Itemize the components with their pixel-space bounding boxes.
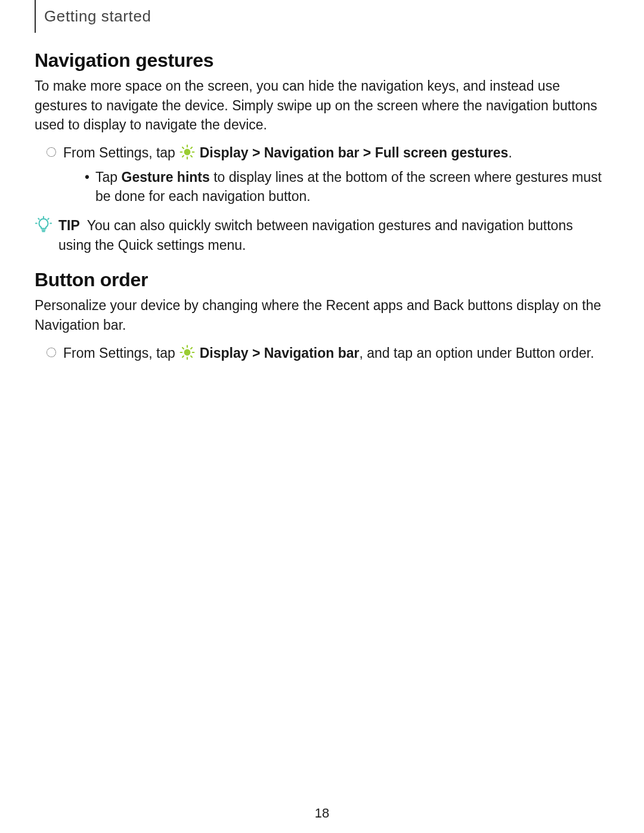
display-brightness-icon (179, 345, 195, 360)
svg-line-7 (182, 156, 184, 157)
step-item: From Settings, tap (47, 343, 609, 363)
sub-bullet-item: • Tap Gesture hints to display lines at … (85, 168, 609, 206)
sub-bullet-text: Tap Gesture hints to display lines at th… (95, 168, 609, 206)
step-list: From Settings, tap (35, 143, 609, 206)
heading-navigation-gestures: Navigation gestures (35, 49, 609, 72)
svg-line-5 (182, 147, 184, 148)
step-text: From Settings, tap (63, 143, 609, 163)
step-path-bold: Display > Navigation bar > Full screen g… (200, 145, 509, 160)
svg-line-15 (48, 218, 48, 219)
step-suffix: , and tap an option under Button order. (359, 345, 594, 361)
sub-prefix: Tap (95, 169, 121, 185)
svg-line-21 (182, 348, 184, 349)
tip-lightbulb-icon (35, 216, 52, 239)
svg-line-6 (191, 156, 192, 157)
paragraph-nav-gestures-intro: To make more space on the screen, you ca… (35, 76, 609, 135)
svg-line-14 (38, 218, 39, 219)
step-prefix: From Settings, tap (63, 345, 179, 361)
step-prefix: From Settings, tap (63, 145, 179, 160)
svg-line-22 (191, 356, 192, 357)
heading-button-order: Button order (35, 269, 609, 291)
step-text: From Settings, tap (63, 343, 609, 363)
page-header: Getting started (35, 0, 609, 33)
tip-text: You can also quickly switch between navi… (58, 218, 573, 253)
tip-label: TIP (58, 218, 80, 233)
sub-bold: Gesture hints (122, 169, 210, 185)
bullet-icon: • (85, 168, 89, 187)
dotted-circle-icon (47, 348, 56, 357)
step-item: From Settings, tap (47, 143, 609, 163)
tip-callout: TIP You can also quickly switch between … (35, 216, 609, 255)
paragraph-button-order-intro: Personalize your device by changing wher… (35, 296, 609, 335)
step-suffix: . (508, 145, 512, 160)
dotted-circle-icon (47, 147, 56, 157)
manual-page: Getting started Navigation gestures To m… (0, 0, 644, 833)
page-number: 18 (0, 806, 644, 821)
svg-line-24 (191, 348, 192, 349)
step-path-bold: Display > Navigation bar (200, 345, 360, 361)
step-list: From Settings, tap (35, 343, 609, 363)
display-brightness-icon (179, 144, 195, 160)
svg-point-16 (184, 349, 191, 355)
svg-line-8 (191, 147, 192, 148)
svg-line-23 (182, 356, 184, 357)
section-label: Getting started (44, 7, 151, 25)
tip-text-wrap: TIP You can also quickly switch between … (58, 216, 609, 255)
svg-point-0 (184, 149, 191, 156)
